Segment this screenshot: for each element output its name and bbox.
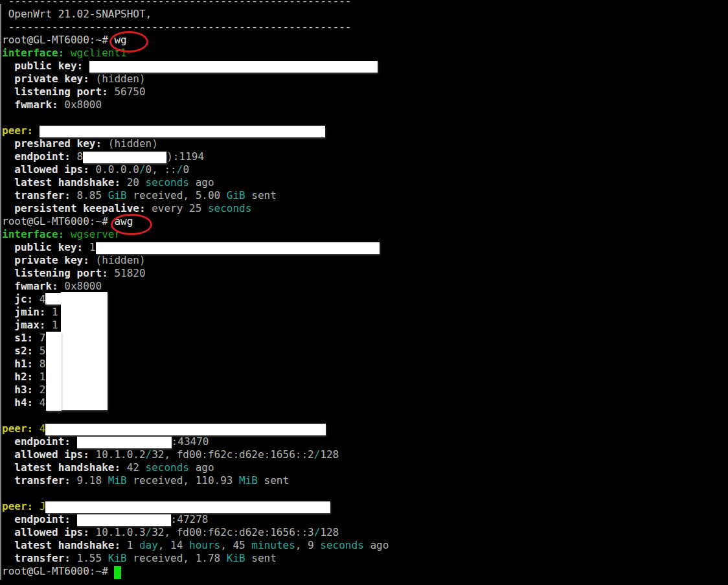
terminal-line: persistent keepalive: every 25 seconds (2, 202, 389, 215)
field-label: preshared key: (2, 137, 102, 150)
unit-text: GiB (227, 189, 245, 201)
field-value: 0, :: (146, 163, 177, 176)
shell-prompt: ----------------------------------------… (2, 21, 351, 33)
unit-text: day (139, 539, 158, 551)
field-value: 1 (45, 319, 58, 331)
field-value: :43470 (172, 435, 209, 448)
field-value: ago (189, 461, 214, 474)
redaction-box (89, 61, 378, 73)
redaction-box (96, 242, 380, 254)
terminal-line: fwmark: 0x8000 (2, 280, 389, 293)
field-value (71, 435, 77, 448)
terminal-line: endpoint: :47278 (2, 513, 389, 526)
terminal-line: peer: 4 (2, 422, 389, 435)
field-label: latest handshake: (2, 176, 120, 189)
field-label: endpoint: (2, 435, 71, 448)
field-label: h1: (2, 358, 33, 370)
field-label: h3: (2, 384, 33, 396)
field-value: 128 (320, 448, 339, 461)
shell-prompt: root@GL-MT6000:~# (2, 34, 114, 46)
redaction-box (77, 514, 171, 526)
field-value: 32, fd00:f62c:d62e:1656::2 (152, 448, 313, 461)
shell-prompt: OpenWrt 21.02-SNAPSHOT, (2, 8, 152, 20)
field-value: 0x8000 (58, 280, 102, 292)
field-label: latest handshake: (2, 461, 120, 474)
field-label: jc: (2, 293, 33, 305)
terminal-line: ----------------------------------------… (2, 0, 389, 8)
field-label: endpoint: (2, 150, 71, 163)
field-value: 128 (320, 526, 339, 538)
redaction-box (45, 424, 326, 435)
field-value: , 45 (220, 539, 251, 551)
field-value: 4 (33, 293, 45, 305)
interface-name: wgclient1 (64, 47, 126, 59)
field-value: 5 (33, 345, 45, 357)
unit-text: / (314, 448, 321, 461)
field-label: fwmark: (2, 280, 58, 292)
terminal-line (2, 111, 389, 124)
field-value: 9.18 (71, 474, 108, 487)
field-value: 56750 (108, 86, 146, 98)
terminal-line: peer: J (2, 500, 389, 513)
field-label: listening port: (2, 267, 108, 279)
terminal-line: allowed ips: 10.1.0.2/32, fd00:f62c:d62e… (2, 448, 389, 461)
field-label: jmin: (2, 306, 45, 318)
field-value: received, 110.93 (127, 474, 239, 487)
field-label: jmax: (2, 319, 45, 331)
terminal-line: private key: (hidden) (2, 254, 389, 267)
unit-text: seconds (146, 461, 189, 474)
field-value: received, 5.00 (127, 189, 227, 201)
field-label: transfer: (2, 474, 71, 487)
redaction-box (61, 292, 108, 410)
field-value: 1 (45, 306, 58, 318)
redaction-box (77, 437, 172, 448)
terminal-line: public key: (2, 60, 389, 73)
peer-value-prefix: J (33, 500, 45, 512)
shell-command: wg (114, 34, 126, 46)
terminal-line: endpoint: 8):1194 (2, 150, 389, 163)
field-value: 10.1.0.2 (89, 448, 146, 461)
field-value: 1 (33, 371, 45, 383)
field-label: fwmark: (2, 98, 58, 111)
field-label: private key: (2, 254, 89, 266)
terminal-line: public key: 1 (2, 241, 389, 254)
field-value: sent (258, 474, 289, 487)
terminal-cursor (114, 566, 121, 579)
terminal-line: allowed ips: 10.1.0.3/32, fd00:f62c:d62e… (2, 526, 389, 539)
terminal-line: listening port: 51820 (2, 267, 389, 280)
terminal-line: OpenWrt 21.02-SNAPSHOT, (2, 8, 389, 21)
field-value: 0 (183, 163, 189, 176)
field-value: received, 1.78 (127, 552, 227, 564)
interface-label: interface: (2, 47, 64, 59)
unit-text: seconds (146, 176, 189, 189)
terminal-line: endpoint: :43470 (2, 435, 389, 448)
shell-prompt: ----------------------------------------… (2, 0, 351, 7)
field-label: allowed ips: (2, 526, 89, 538)
field-value: 20 (120, 176, 146, 189)
unit-text: KiB (227, 552, 245, 564)
field-value: , 14 (158, 539, 189, 551)
redaction-box (46, 332, 62, 411)
field-label: h4: (2, 396, 33, 409)
peer-value-prefix (33, 124, 40, 137)
field-label: s2: (2, 345, 33, 357)
field-value: , 9 (295, 539, 321, 551)
terminal-window[interactable]: ----------------------------------------… (0, 0, 728, 585)
terminal-line: preshared key: (hidden) (2, 137, 389, 150)
field-value: 8.85 (71, 189, 108, 201)
field-value: 4 (33, 396, 45, 409)
terminal-line: allowed ips: 0.0.0.0/0, ::/0 (2, 163, 389, 176)
field-label: private key: (2, 73, 89, 85)
peer-label: peer: (2, 422, 33, 435)
terminal-line: fwmark: 0x8000 (2, 98, 389, 111)
terminal-line: latest handshake: 20 seconds ago (2, 176, 389, 189)
peer-label: peer: (2, 500, 33, 512)
peer-value-prefix: 4 (33, 422, 45, 435)
shell-prompt: root@GL-MT6000:~# (2, 565, 114, 577)
unit-text: / (314, 526, 321, 538)
field-value: :47278 (171, 513, 209, 525)
field-value: (hidden) (89, 254, 146, 266)
field-value: sent (245, 189, 277, 201)
field-label: s1: (2, 332, 33, 344)
unit-text: KiB (108, 552, 127, 564)
